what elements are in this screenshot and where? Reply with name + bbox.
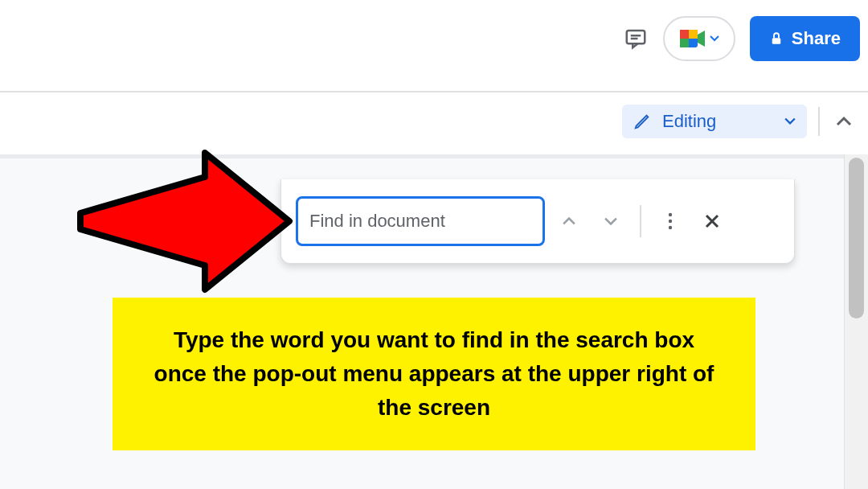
editing-mode-dropdown[interactable]: Editing [622, 105, 807, 138]
share-button-label: Share [792, 28, 841, 49]
find-close-button[interactable] [694, 203, 730, 239]
vertical-scrollbar[interactable] [844, 154, 868, 489]
svg-rect-5 [680, 39, 689, 47]
svg-rect-4 [680, 30, 689, 39]
app-topbar: Share [0, 0, 868, 92]
meet-present-button[interactable] [663, 16, 735, 61]
topbar-right-cluster: Share [623, 16, 860, 61]
lock-icon [769, 31, 784, 46]
instruction-caption-text: Type the word you want to find in the se… [145, 323, 723, 425]
svg-rect-0 [627, 31, 645, 43]
caret-down-icon [710, 35, 719, 42]
chevron-up-icon [836, 116, 852, 127]
scrollbar-thumb[interactable] [849, 158, 864, 318]
chevron-down-icon [604, 216, 618, 226]
comment-history-button[interactable] [623, 26, 649, 51]
pencil-icon [633, 113, 651, 130]
caret-down-icon [784, 117, 796, 125]
comment-icon [624, 27, 648, 51]
find-in-document-popup [280, 179, 795, 264]
more-vertical-icon [667, 212, 674, 231]
svg-point-8 [669, 213, 672, 216]
close-icon [704, 213, 720, 229]
chevron-up-icon [562, 216, 576, 226]
meet-icon [679, 29, 706, 48]
instruction-caption: Type the word you want to find in the se… [113, 298, 755, 450]
find-input[interactable] [296, 196, 545, 246]
collapse-toolbar-button[interactable] [820, 105, 868, 138]
share-button[interactable]: Share [750, 16, 860, 61]
find-divider [640, 205, 641, 237]
mode-toolbar: Editing [622, 105, 868, 138]
find-prev-button[interactable] [551, 203, 587, 239]
find-more-options-button[interactable] [653, 203, 688, 239]
svg-point-9 [669, 220, 672, 223]
svg-point-10 [669, 226, 672, 229]
svg-rect-7 [772, 38, 781, 44]
editing-mode-label: Editing [662, 111, 773, 132]
svg-rect-6 [689, 30, 698, 39]
find-next-button[interactable] [593, 203, 628, 239]
